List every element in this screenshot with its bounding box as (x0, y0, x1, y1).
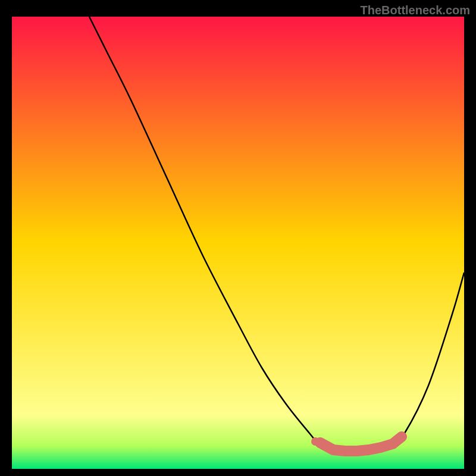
gradient-background (12, 17, 464, 469)
chart-container: TheBottleneck.com (0, 0, 476, 476)
optimal-range-start-dot (311, 437, 320, 446)
chart-svg (12, 17, 464, 469)
watermark-text: TheBottleneck.com (361, 4, 470, 17)
plot-area (12, 17, 464, 469)
